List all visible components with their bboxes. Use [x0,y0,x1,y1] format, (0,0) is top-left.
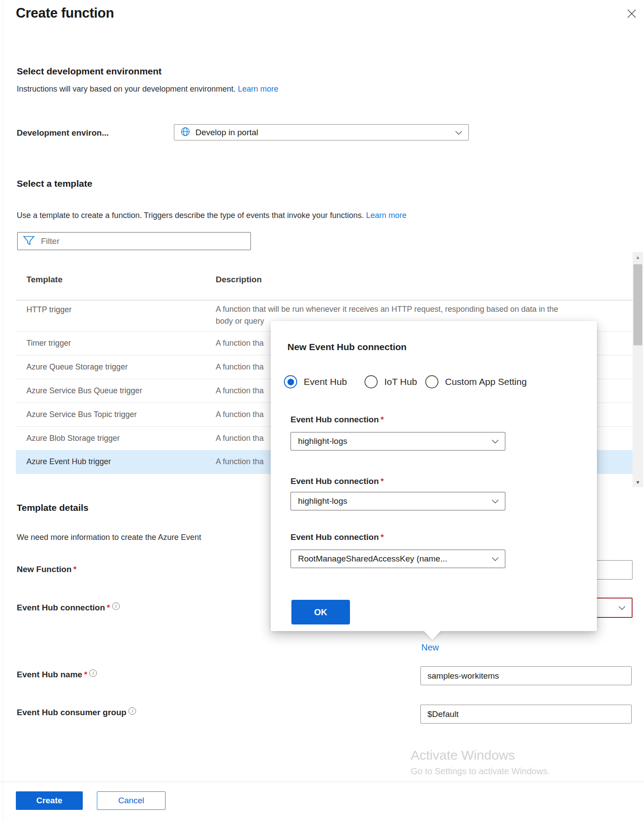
info-icon: i [112,602,120,610]
radio-custom-app-setting[interactable]: Custom App Setting [425,375,527,388]
template-name: Azure Service Bus Queue trigger [26,386,142,395]
template-details-description: We need more information to create the A… [17,533,201,542]
template-name: Azure Blob Storage trigger [26,433,120,443]
template-description: A function tha [216,386,264,395]
template-description: A function tha [216,338,264,347]
consumer-group-label: Event Hub consumer groupi [17,707,136,717]
page-title: Create function [16,5,114,21]
popup-connection-dropdown-1[interactable]: highlight-logs [291,432,505,451]
event-hub-connection-label: Event Hub connection*i [17,602,120,613]
popup-connection-label-1: Event Hub connection* [291,415,384,425]
radio-label: Event Hub [304,377,347,387]
template-learn-more-link[interactable]: Learn more [366,211,406,220]
filter-input[interactable] [41,236,245,246]
template-name: Azure Event Hub trigger [26,457,111,466]
template-description: A function tha [216,362,264,371]
ok-button[interactable]: OK [291,600,350,624]
activate-windows-subtext: Go to Settings to activate Windows. [411,766,550,776]
radio-event-hub[interactable]: Event Hub [284,375,347,388]
popup-connection-dropdown-2[interactable]: highlight-logs [291,492,505,510]
chevron-down-icon [492,497,499,505]
template-description: A function tha [216,433,264,443]
chevron-down-icon [618,604,626,612]
event-hub-name-input[interactable] [420,666,632,685]
dev-environment-description: Instructions will vary based on your dev… [17,85,278,94]
filter-funnel-icon [23,235,35,247]
column-header-description: Description [216,275,262,284]
template-details-heading: Template details [17,502,88,513]
popup-connection-label-2: Event Hub connection* [291,476,384,486]
radio-selected-icon [284,375,297,388]
activate-windows-watermark: Activate Windows [411,748,515,763]
required-asterisk: * [84,670,87,679]
chevron-down-icon [455,129,462,137]
select-template-heading: Select a template [17,178,92,189]
template-filter[interactable] [17,232,251,250]
event-hub-name-label: Event Hub name*i [17,669,97,680]
dev-environment-field-label: Development environ... [17,128,109,138]
new-event-hub-connection-popup: New Event Hub connection Event Hub IoT H… [271,321,597,631]
radio-unselected-icon [425,375,438,388]
footer-divider [0,782,644,782]
select-template-description: Use a template to create a function. Tri… [17,211,407,220]
globe-icon [180,127,190,138]
template-name: HTTP trigger [26,305,72,314]
chevron-down-icon [492,555,499,563]
scrollbar-thumb[interactable] [633,264,642,345]
required-asterisk: * [381,476,384,486]
scrollbar-up-icon[interactable]: ▲ [633,255,643,260]
template-name: Azure Queue Storage trigger [26,362,128,371]
template-name: Timer trigger [26,338,71,347]
dev-environment-heading: Select development environment [17,66,162,77]
dev-environment-dropdown[interactable]: Develop in portal [174,124,469,140]
template-name: Azure Service Bus Topic trigger [26,410,137,419]
radio-label: Custom App Setting [445,377,527,387]
radio-iot-hub[interactable]: IoT Hub [364,375,417,388]
required-asterisk: * [381,415,384,424]
new-connection-link[interactable]: New [421,643,439,653]
consumer-group-input[interactable] [420,705,632,724]
radio-label: IoT Hub [384,377,417,387]
dev-learn-more-link[interactable]: Learn more [238,85,278,93]
required-asterisk: * [107,603,110,612]
create-button[interactable]: Create [16,791,83,810]
required-asterisk: * [74,565,77,574]
required-asterisk: * [381,532,384,542]
popup-connection-dropdown-3[interactable]: RootManageSharedAccessKey (name... [291,550,505,568]
popup-connection-label-3: Event Hub connection* [291,532,384,542]
new-function-label: New Function* [17,565,77,574]
popup-callout-arrow [423,631,441,640]
cancel-button[interactable]: Cancel [97,791,166,810]
info-icon: i [129,707,136,715]
chevron-down-icon [492,437,499,445]
close-icon[interactable] [626,8,639,21]
select-template-description-text: Use a template to create a function. Tri… [17,211,366,220]
dev-environment-dropdown-value: Develop in portal [195,128,455,137]
column-header-template: Template [26,275,63,284]
dev-environment-description-text: Instructions will vary based on your dev… [17,85,238,93]
scrollbar-down-icon[interactable]: ▼ [633,480,643,485]
radio-unselected-icon [364,375,378,388]
panel-left-edge [3,0,3,820]
popup-title: New Event Hub connection [287,342,407,352]
info-icon: i [89,669,97,677]
template-description: A function tha [216,457,264,466]
table-scrollbar[interactable]: ▲ ▼ [633,252,643,487]
template-description: A function tha [216,410,264,419]
